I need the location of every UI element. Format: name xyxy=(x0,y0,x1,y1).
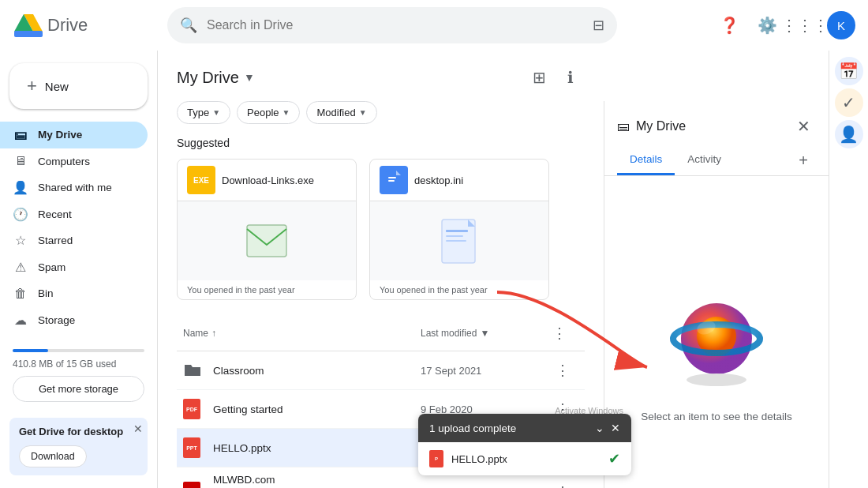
header-icons: ⊞ ℹ xyxy=(525,63,585,92)
folder-icon xyxy=(183,362,207,380)
mlwbd-menu-button[interactable]: ⋮ xyxy=(550,479,575,489)
ppt-file-icon: PPT xyxy=(183,437,207,458)
panel-title-text: My Drive xyxy=(636,119,686,133)
modified-col-label: Last modified xyxy=(421,328,477,339)
file-list-header: Name ↑ Last modified ▼ ⋮ xyxy=(177,316,585,351)
calendar-icon-button[interactable]: 📅 xyxy=(835,57,863,85)
card-body-ini xyxy=(370,201,548,280)
drive-logo-icon xyxy=(13,9,44,41)
card-preview-ini xyxy=(438,216,481,267)
modified-filter-chip[interactable]: Modified ▼ xyxy=(306,101,376,124)
toast-header: 1 upload complete ⌄ ✕ xyxy=(418,414,631,442)
toast-filename: HELLO.pptx xyxy=(451,453,600,465)
toast-close-button[interactable]: ✕ xyxy=(611,422,620,434)
storage-icon: ☁ xyxy=(13,313,28,328)
logo-text: Drive xyxy=(47,15,88,36)
search-input[interactable] xyxy=(207,18,583,32)
shared-icon: 👤 xyxy=(13,180,28,195)
sidebar-item-shared-with-me[interactable]: 👤 Shared with me xyxy=(0,175,148,201)
sidebar: + New 🖴 My Drive 🖥 Computers 👤 Shared wi… xyxy=(0,51,158,488)
drive-title-button[interactable]: My Drive ▼ xyxy=(177,69,255,87)
toast-check-icon: ✔ xyxy=(608,450,620,467)
more-storage-button[interactable]: Get more storage xyxy=(13,376,144,402)
svg-marker-5 xyxy=(396,171,401,175)
grid-view-button[interactable]: ⊞ xyxy=(525,63,553,92)
new-button[interactable]: + New xyxy=(9,63,148,109)
help-button[interactable]: ❓ xyxy=(713,9,745,41)
panel-close-button[interactable]: ✕ xyxy=(791,114,816,139)
sidebar-computers-label: Computers xyxy=(38,156,90,167)
card-header-exe: EXE Download-Links.exe xyxy=(178,160,356,201)
sidebar-shared-label: Shared with me xyxy=(38,182,112,193)
panel-header: 🖴 My Drive ✕ xyxy=(604,101,829,139)
exe-file-icon: EXE xyxy=(187,166,215,194)
pdf-file-icon: PDF xyxy=(183,399,207,419)
toast-title: 1 upload complete xyxy=(429,422,516,434)
name-col-label: Name xyxy=(183,328,208,339)
right-panel: 🖴 My Drive ✕ Details Activity + xyxy=(604,101,829,488)
svg-rect-7 xyxy=(388,180,395,182)
promo-title: Get Drive for desktop xyxy=(19,426,138,437)
recent-icon: 🕐 xyxy=(13,207,28,222)
sidebar-item-recent[interactable]: 🕐 Recent xyxy=(0,201,148,228)
promo-close-button[interactable]: ✕ xyxy=(133,422,143,435)
download-button[interactable]: Download xyxy=(19,445,87,467)
file-name-mlwbd: MLWBD.com Jai.Bhim.Hindi.2021.480p.AMZN.… xyxy=(213,474,421,488)
storage-text: 410.8 MB of 15 GB used xyxy=(13,358,144,370)
tasks-icon-button[interactable]: ✓ xyxy=(835,88,863,117)
panel-title: 🖴 My Drive xyxy=(617,119,686,133)
sidebar-my-drive-label: My Drive xyxy=(38,129,82,141)
drive-icon: 🖴 xyxy=(13,128,28,142)
panel-body: Select an item to see the details xyxy=(604,176,829,488)
filter-icon[interactable]: ⊟ xyxy=(593,17,604,34)
people-filter-chip[interactable]: People ▼ xyxy=(237,101,300,124)
tab-activity[interactable]: Activity xyxy=(675,145,734,175)
ini-icon-svg xyxy=(386,171,402,190)
upload-toast: 1 upload complete ⌄ ✕ P HELLO.pptx ✔ xyxy=(418,414,631,475)
suggested-section-title: Suggested xyxy=(177,137,585,149)
svg-rect-2 xyxy=(14,31,43,37)
list-options-button[interactable]: ⋮ xyxy=(547,321,572,346)
suggested-card-exe[interactable]: EXE Download-Links.exe You opened in the… xyxy=(177,159,357,300)
toast-file-icon: P xyxy=(429,450,443,467)
sidebar-item-my-drive[interactable]: 🖴 My Drive xyxy=(0,122,148,148)
contacts-icon-button[interactable]: 👤 xyxy=(835,120,863,148)
suggested-card-ini[interactable]: desktop.ini You opened in the past year xyxy=(369,159,549,300)
ini-file-icon xyxy=(380,166,408,194)
info-button[interactable]: ℹ xyxy=(556,63,585,92)
sidebar-spam-label: Spam xyxy=(38,261,65,273)
modified-col-header[interactable]: Last modified ▼ xyxy=(421,328,547,339)
search-icon: 🔍 xyxy=(180,17,197,34)
svg-rect-11 xyxy=(446,235,463,237)
svg-rect-6 xyxy=(388,177,396,178)
sidebar-item-bin[interactable]: 🗑 Bin xyxy=(0,280,148,307)
apps-button[interactable]: ⋮⋮⋮ xyxy=(789,9,821,41)
right-icon-strip: 📅 ✓ 👤 xyxy=(829,51,868,488)
classroom-menu-button[interactable]: ⋮ xyxy=(550,358,575,383)
people-filter-arrow-icon: ▼ xyxy=(282,108,290,117)
panel-add-button[interactable]: + xyxy=(791,148,816,173)
settings-button[interactable]: ⚙️ xyxy=(751,9,783,41)
modified-sort-icon: ▼ xyxy=(480,328,489,339)
storage-section: 410.8 MB of 15 GB used Get more storage xyxy=(0,333,157,411)
table-row[interactable]: Classroom 17 Sept 2021 ⋮ xyxy=(177,351,585,390)
panel-drive-icon: 🖴 xyxy=(617,119,630,133)
modified-filter-label: Modified xyxy=(316,107,355,118)
sidebar-item-computers[interactable]: 🖥 Computers xyxy=(0,148,148,175)
drive-title-text: My Drive xyxy=(177,69,239,87)
type-filter-label: Type xyxy=(187,107,209,118)
toast-collapse-button[interactable]: ⌄ xyxy=(595,422,604,434)
sidebar-item-starred[interactable]: ☆ Starred xyxy=(0,227,148,254)
panel-hint-text: Select an item to see the details xyxy=(641,411,791,422)
tab-details[interactable]: Details xyxy=(617,145,675,175)
sidebar-storage-label: Storage xyxy=(38,314,75,326)
computer-icon: 🖥 xyxy=(13,154,28,168)
storage-bar-fill xyxy=(13,349,48,352)
sidebar-item-spam[interactable]: ⚠ Spam xyxy=(0,254,148,281)
file-name-hello: HELLO.pptx xyxy=(213,442,421,454)
panel-header-actions: ✕ xyxy=(791,114,816,139)
search-bar[interactable]: 🔍 ⊟ xyxy=(167,7,617,43)
sidebar-item-storage[interactable]: ☁ Storage xyxy=(0,307,148,334)
avatar[interactable]: K xyxy=(827,11,855,39)
type-filter-chip[interactable]: Type ▼ xyxy=(177,101,230,124)
